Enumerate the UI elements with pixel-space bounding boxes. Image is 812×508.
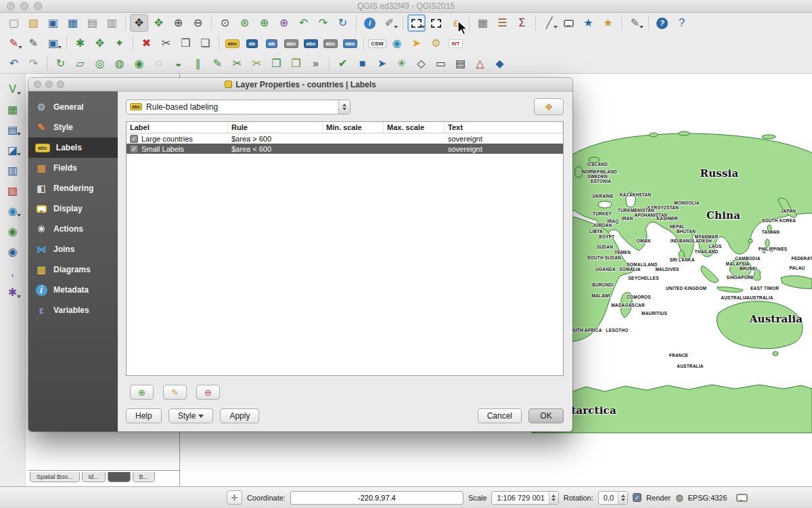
- rectangle-tool[interactable]: ▭: [432, 55, 450, 72]
- zoom-full[interactable]: ⊛: [235, 14, 254, 32]
- georeferencer[interactable]: ✳: [392, 55, 411, 72]
- add-part[interactable]: ◍: [110, 55, 129, 72]
- split-features[interactable]: ✂: [228, 55, 246, 72]
- add-vector-layer[interactable]: V: [3, 81, 22, 98]
- measure[interactable]: ✐: [380, 14, 399, 32]
- column-header[interactable]: Max. scale: [384, 122, 445, 133]
- properties-tab-diagrams[interactable]: ▥Diagrams: [28, 259, 118, 280]
- simplify-feature[interactable]: ▱: [71, 55, 89, 72]
- open-project[interactable]: ▨: [24, 14, 43, 32]
- add-delimited-text-layer[interactable]: ,: [3, 263, 22, 281]
- add-wms-layer[interactable]: ◉: [3, 203, 22, 220]
- spatial-bookmark-tool[interactable]: ■: [353, 55, 371, 72]
- highlight-labels[interactable]: abc: [223, 35, 242, 52]
- messages-icon[interactable]: [736, 494, 748, 502]
- column-header[interactable]: Text: [445, 122, 563, 133]
- new-print-composer[interactable]: ▤: [83, 14, 102, 32]
- pan-to-selection[interactable]: ✥: [150, 14, 168, 32]
- automated-placement-button[interactable]: ❖: [534, 98, 564, 115]
- save-project-as[interactable]: ▦: [64, 14, 82, 32]
- cut-features[interactable]: ✂: [157, 35, 175, 52]
- rectangle-lines-tool[interactable]: ▤: [451, 55, 470, 72]
- dialog-close-button[interactable]: [34, 81, 41, 88]
- zoom-button[interactable]: [34, 2, 42, 10]
- zoom-actual[interactable]: ⊙: [216, 14, 234, 32]
- redo[interactable]: ↷: [24, 55, 43, 72]
- add-postgis-layer[interactable]: ▤: [3, 121, 22, 139]
- node-tool[interactable]: ✦: [110, 35, 129, 52]
- properties-tab-actions[interactable]: ✳Actions: [28, 219, 118, 239]
- deselect-features[interactable]: [427, 14, 445, 32]
- fill-ring[interactable]: ◉: [130, 55, 148, 72]
- panel-tab-b[interactable]: B...: [133, 472, 156, 482]
- add-mssql-layer[interactable]: ▥: [3, 162, 22, 179]
- coordinate-input[interactable]: [290, 491, 464, 505]
- show-bookmarks[interactable]: ★: [599, 14, 617, 32]
- rotate-feature[interactable]: ↻: [51, 55, 70, 72]
- rotation-spinbox[interactable]: 0,0: [598, 491, 628, 505]
- add-rule-button[interactable]: ⊕: [130, 385, 154, 400]
- rule-row[interactable]: ✓Small Labels$area < 600sovereignt: [127, 144, 563, 154]
- add-wcs-layer[interactable]: ◉: [3, 223, 22, 240]
- map-tips[interactable]: [560, 14, 578, 32]
- labeling-mode-select[interactable]: abc Rule-based labeling: [126, 100, 351, 114]
- properties-tab-display[interactable]: Display: [28, 198, 118, 219]
- properties-tab-style[interactable]: ✎Style: [28, 117, 118, 137]
- properties-tab-metadata[interactable]: iMetadata: [28, 280, 118, 300]
- properties-tab-general[interactable]: ⚙General: [28, 97, 118, 117]
- check-geometries[interactable]: ✔: [334, 55, 352, 72]
- current-edits[interactable]: ✎: [5, 35, 23, 52]
- new-shapefile-layer[interactable]: ✱: [3, 284, 22, 301]
- statistical-summary[interactable]: Σ: [513, 14, 531, 32]
- remove-rule-button[interactable]: ⊖: [196, 385, 220, 400]
- zoom-last[interactable]: ↶: [294, 14, 313, 32]
- spatial-query[interactable]: ◆: [491, 55, 509, 72]
- delete-ring[interactable]: ◌: [150, 55, 168, 72]
- open-attribute-table[interactable]: ▦: [474, 14, 492, 32]
- extent-toggle-button[interactable]: ✛: [227, 490, 242, 505]
- dialog-minimize-button[interactable]: [45, 81, 53, 88]
- refresh-map[interactable]: ↻: [334, 14, 352, 32]
- render-checkbox[interactable]: ✓: [633, 493, 641, 502]
- merge-features[interactable]: ❒: [267, 55, 286, 72]
- properties-tab-rendering[interactable]: ◧Rendering: [28, 178, 118, 198]
- apply-button[interactable]: Apply: [220, 408, 259, 423]
- offset-curve[interactable]: ∥: [189, 55, 207, 72]
- help-button[interactable]: Help: [126, 408, 162, 423]
- reshape-features[interactable]: ✎: [208, 55, 227, 72]
- ok-button[interactable]: OK: [528, 408, 564, 423]
- geometry-tool[interactable]: ◇: [412, 55, 430, 72]
- rule-checkbox[interactable]: ✓: [130, 145, 138, 153]
- split-parts[interactable]: ✂: [248, 55, 266, 72]
- scale-combo[interactable]: 1:106 729 001: [491, 491, 558, 505]
- epsg-label[interactable]: EPSG:4326: [688, 494, 727, 502]
- zoom-next[interactable]: ↷: [314, 14, 332, 32]
- add-spatialite-layer[interactable]: ◪: [3, 142, 22, 159]
- toolbar-overflow[interactable]: »: [307, 55, 325, 72]
- save-layer-edits[interactable]: ▣: [44, 35, 62, 52]
- add-wfs-layer[interactable]: ◉: [3, 243, 22, 261]
- rule-row[interactable]: ✓Large countries$area > 600sovereignt: [127, 133, 563, 144]
- zoom-in[interactable]: ⊕: [169, 14, 187, 32]
- coordinate-capture[interactable]: ➤: [373, 55, 391, 72]
- column-header[interactable]: Min. scale: [323, 122, 384, 133]
- panel-tab-spatialboo[interactable]: Spatial Boo...: [30, 472, 80, 482]
- zoom-to-selection[interactable]: ⊕: [255, 14, 273, 32]
- properties-tab-labels[interactable]: abcLabels: [28, 137, 118, 158]
- properties-tab-variables[interactable]: εVariables: [28, 300, 118, 320]
- add-ring[interactable]: ◎: [91, 55, 109, 72]
- move-feature[interactable]: ✥: [91, 35, 109, 52]
- dialog-titlebar[interactable]: Layer Properties - countries | Labels: [28, 78, 572, 91]
- properties-tab-joins[interactable]: ⋈Joins: [28, 239, 118, 259]
- style-menu-button[interactable]: Style: [168, 408, 214, 423]
- dialog-zoom-button[interactable]: [57, 81, 64, 88]
- processing-toolbox[interactable]: ⚙: [427, 35, 445, 52]
- move-label[interactable]: abc: [282, 35, 300, 52]
- close-button[interactable]: [7, 2, 15, 10]
- panel-tab-collapsed[interactable]: [108, 472, 131, 482]
- rule-checkbox[interactable]: ✓: [130, 135, 138, 143]
- pin-labels[interactable]: ab: [243, 35, 261, 52]
- select-features[interactable]: [407, 14, 426, 32]
- new-project[interactable]: ▢: [5, 14, 23, 32]
- properties-tab-fields[interactable]: ▦Fields: [28, 158, 118, 178]
